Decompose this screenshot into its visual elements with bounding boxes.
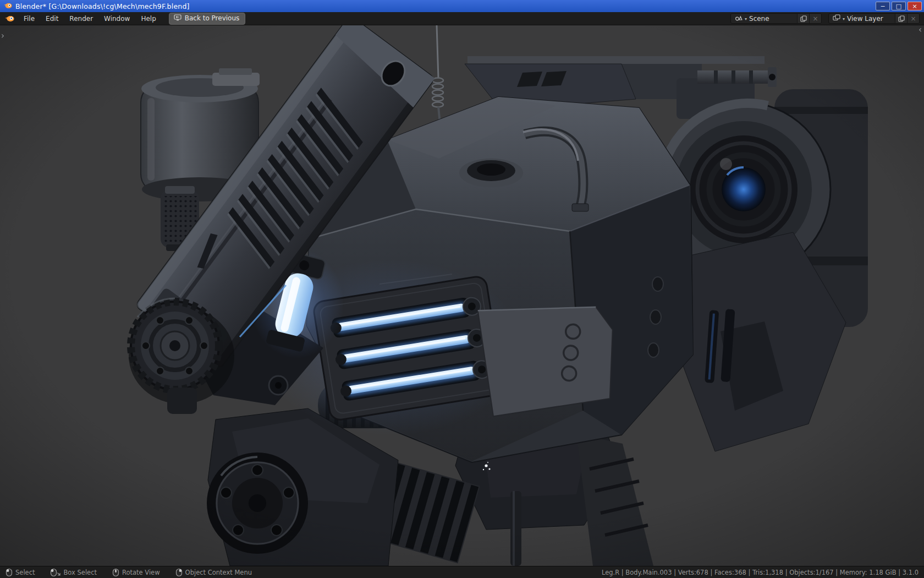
mouse-middle-icon — [112, 568, 119, 577]
blender-logo-icon[interactable] — [3, 15, 18, 23]
statusbar: Select Box Select Rotate View Object Con… — [0, 566, 924, 578]
status-hint-box-select: Box Select — [50, 568, 97, 577]
mouse-drag-icon — [50, 568, 61, 577]
status-hint-rotate-view: Rotate View — [112, 568, 160, 577]
remove-view-layer-button[interactable]: × — [907, 14, 919, 23]
toolbar-expand-icon[interactable]: › — [1, 32, 4, 40]
topbar: File Edit Render Window Help Back to Pre… — [0, 12, 924, 25]
new-scene-button[interactable] — [797, 14, 809, 23]
mouse-right-icon — [175, 568, 183, 577]
view-layer-browse-button[interactable]: ▾ View Layer — [829, 14, 895, 23]
window-controls: ─ □ × — [876, 2, 922, 10]
blender-app-icon — [3, 1, 12, 12]
status-hint-select: Select — [6, 568, 35, 577]
view-layer-selector: ▾ View Layer × — [828, 13, 920, 24]
view-layer-icon — [833, 14, 840, 23]
blender-window: Blender* [G:\Downloads\!cg\Mech\mech9F.b… — [0, 0, 924, 578]
scene-icon — [735, 14, 743, 23]
topbar-right: ▾ Scene × ▾ View Layer — [730, 13, 920, 24]
back-to-previous-label: Back to Previous — [185, 14, 240, 22]
scene-selector: ▾ Scene × — [730, 13, 822, 24]
sidebar-expand-icon[interactable]: ‹ — [919, 26, 922, 34]
render-preview — [0, 25, 924, 566]
menu-render[interactable]: Render — [64, 13, 98, 24]
view-layer-name: View Layer — [847, 15, 883, 23]
minimize-button[interactable]: ─ — [876, 2, 890, 10]
window-title: Blender* [G:\Downloads\!cg\Mech\mech9F.b… — [15, 2, 190, 10]
titlebar[interactable]: Blender* [G:\Downloads\!cg\Mech\mech9F.b… — [0, 0, 924, 12]
chevron-down-icon: ▾ — [745, 17, 747, 21]
maximize-button[interactable]: □ — [892, 2, 906, 10]
viewport-3d[interactable]: › ‹ — [0, 25, 924, 566]
unlink-scene-button[interactable]: × — [809, 14, 821, 23]
back-to-previous-button[interactable]: Back to Previous — [169, 13, 246, 25]
screen-back-icon — [174, 14, 182, 23]
mouse-left-icon — [6, 568, 13, 577]
scene-browse-button[interactable]: ▾ Scene — [731, 14, 797, 23]
vignette — [0, 25, 924, 566]
menu-file[interactable]: File — [19, 13, 40, 24]
menu-window[interactable]: Window — [99, 13, 135, 24]
status-stats: Leg.R | Body.Main.003 | Verts:678 | Face… — [602, 569, 919, 576]
scene-name: Scene — [749, 15, 769, 23]
chevron-down-icon: ▾ — [843, 17, 845, 21]
close-button[interactable]: × — [908, 2, 922, 10]
menu-edit[interactable]: Edit — [41, 13, 63, 24]
menu-help[interactable]: Help — [136, 13, 161, 24]
new-view-layer-button[interactable] — [895, 14, 907, 23]
status-hint-context-menu: Object Context Menu — [175, 568, 252, 577]
